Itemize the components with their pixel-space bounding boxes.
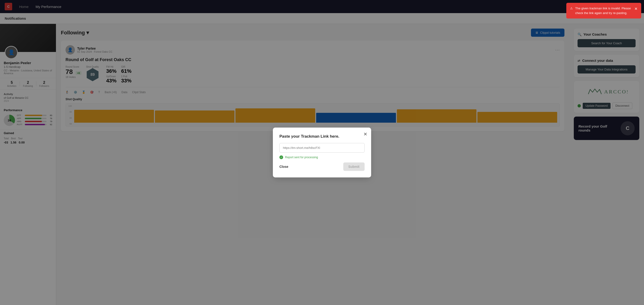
modal-success-message: ✓ Report sent for processing bbox=[280, 156, 364, 159]
trackman-modal: Paste your Trackman Link here. ✕ ✓ Repor… bbox=[273, 128, 371, 178]
error-toast-message: The given trackman link is invalid. Plea… bbox=[575, 6, 632, 15]
modal-close-x-button[interactable]: ✕ bbox=[364, 131, 368, 137]
modal-overlay[interactable]: Paste your Trackman Link here. ✕ ✓ Repor… bbox=[0, 0, 644, 305]
warning-icon: ⚠ bbox=[570, 6, 573, 11]
error-toast-close[interactable]: ✕ bbox=[634, 6, 638, 12]
modal-actions: Close Submit bbox=[280, 162, 364, 171]
success-text: Report sent for processing bbox=[285, 156, 318, 159]
modal-close-button[interactable]: Close bbox=[280, 165, 288, 168]
modal-submit-button[interactable]: Submit bbox=[343, 162, 364, 171]
modal-title: Paste your Trackman Link here. bbox=[280, 134, 364, 139]
error-toast: ⚠ The given trackman link is invalid. Pl… bbox=[566, 3, 641, 18]
trackman-link-input[interactable] bbox=[280, 143, 364, 152]
success-check-icon: ✓ bbox=[280, 156, 283, 159]
